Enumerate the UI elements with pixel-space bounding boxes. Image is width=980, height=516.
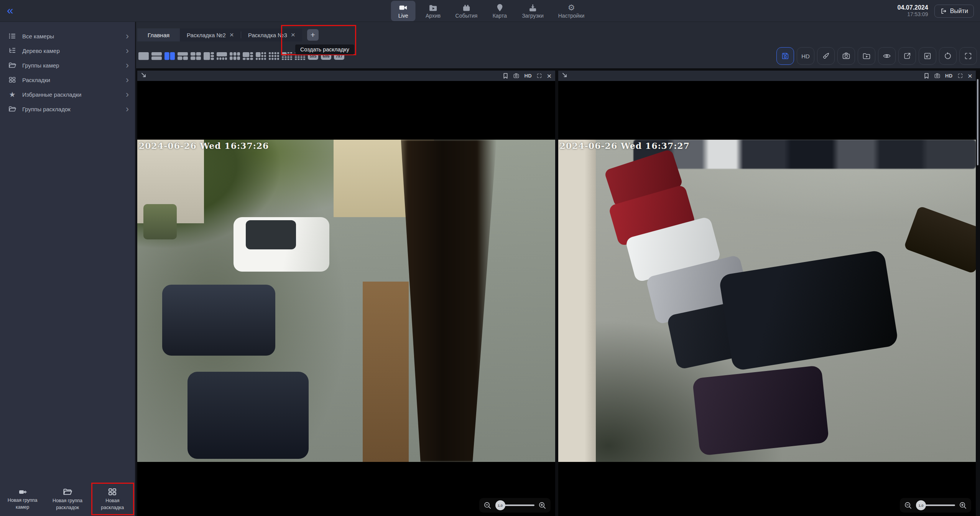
sidebar-item-camera-groups[interactable]: Группы камер ›: [0, 58, 135, 73]
view-toolbar: HD: [776, 47, 977, 65]
sidebar-item-label: Раскладки: [22, 77, 126, 83]
zoom-in-icon[interactable]: [959, 501, 967, 509]
nav-events[interactable]: События: [451, 1, 482, 21]
layout-option-2-rows[interactable]: [151, 52, 162, 60]
save-layout-button[interactable]: [776, 47, 794, 65]
nav-downloads[interactable]: Загрузки: [517, 1, 548, 21]
zoom-slider[interactable]: 1.0: [499, 504, 534, 506]
logout-button[interactable]: Выйти: [934, 5, 974, 18]
clear-layout-button[interactable]: [817, 47, 835, 65]
video-stream[interactable]: 2024-06-26 Wed 16:37:26 1.0: [137, 81, 555, 516]
panels-scrollbar[interactable]: [977, 79, 978, 165]
floppy-save-icon: [781, 52, 789, 60]
layout-option-2-cols[interactable]: [164, 52, 175, 60]
sidebar-item-label: Группы раскладок: [22, 106, 126, 112]
new-layout-group-button[interactable]: Новая группа раскладок: [45, 482, 90, 516]
tab-label: Раскладка №3: [248, 32, 287, 38]
camera-tree-icon: [8, 46, 17, 55]
tab-layout-2[interactable]: Раскладка №2 ×: [180, 28, 241, 41]
layout-option-big-plus-5[interactable]: [243, 52, 253, 60]
nav-label: Архив: [426, 13, 441, 19]
chevron-right-icon: ›: [126, 76, 129, 84]
tab-close-icon[interactable]: ×: [291, 32, 295, 38]
sidebar-item-favorite-layouts[interactable]: ★ Избранные раскладки ›: [0, 87, 135, 102]
download-icon: [528, 3, 538, 12]
expand-diagonal-icon[interactable]: [562, 72, 568, 80]
add-layout-tab-button[interactable]: +: [307, 29, 319, 41]
tools-row: 5x56x67x7 HD: [138, 47, 977, 65]
sidebar-item-label: Группы камер: [22, 62, 126, 69]
snapshot-icon[interactable]: [513, 73, 520, 79]
export-button[interactable]: [898, 47, 916, 65]
archive-folder-icon: [429, 3, 438, 12]
create-layout-tooltip: Создать раскладку: [295, 45, 354, 54]
snapshot-icon[interactable]: [934, 73, 941, 79]
nav-label: Карта: [493, 13, 507, 19]
panel-close-icon[interactable]: ×: [547, 73, 551, 79]
scene-shape: [143, 204, 177, 239]
expand-diagonal-icon[interactable]: [141, 72, 147, 80]
panel-fullscreen-icon[interactable]: [957, 73, 963, 79]
sidebar-item-all-cameras[interactable]: Все камеры ›: [0, 29, 135, 43]
nav-settings[interactable]: ⚙ Настройки: [554, 1, 589, 21]
layout-option-1-wide-plus-2[interactable]: [178, 52, 188, 60]
zoom-slider-knob[interactable]: 1.0: [495, 500, 505, 510]
bookmark-icon[interactable]: [503, 73, 508, 79]
sidebar: Все камеры › Дерево камер › Группы камер…: [0, 22, 136, 516]
layout-option-1-wide-plus-4[interactable]: [217, 52, 227, 60]
scene-shape: [719, 250, 899, 371]
zoom-slider[interactable]: 1.0: [920, 504, 955, 506]
panel-header-actions: HD ×: [924, 73, 972, 79]
camera-panel-1: HD × 2024-06-26 Wed 16:37:26: [137, 71, 555, 516]
panel-hd-button[interactable]: HD: [524, 73, 532, 79]
hd-quality-button[interactable]: HD: [797, 47, 814, 65]
archive-view-button[interactable]: [858, 47, 875, 65]
sidebar-item-camera-tree[interactable]: Дерево камер ›: [0, 43, 135, 58]
new-layout-button[interactable]: Новая раскладка: [90, 482, 135, 516]
nav-map[interactable]: Карта: [487, 1, 512, 21]
tab-layout-3[interactable]: Раскладка №3 ×: [241, 28, 302, 41]
zoom-out-icon[interactable]: [904, 501, 912, 509]
zoom-slider-knob[interactable]: 1.0: [916, 500, 926, 510]
refresh-rotate-button[interactable]: [939, 47, 957, 65]
topbar-right: 04.07.2024 17:53:09 Выйти: [898, 0, 974, 22]
fit-resize-button[interactable]: [919, 47, 936, 65]
bookmark-icon[interactable]: [924, 73, 929, 79]
new-camera-group-button[interactable]: Новая группа камер: [0, 482, 45, 516]
layout-option-big-plus-7[interactable]: [256, 52, 266, 60]
camera-timestamp-overlay: 2024-06-26 Wed 16:37:26: [139, 141, 269, 151]
nav-live[interactable]: Live: [391, 1, 416, 21]
panel-header: HD ×: [137, 71, 555, 81]
layout-option-3x2[interactable]: [230, 52, 240, 60]
layout-option-2x2[interactable]: [191, 52, 201, 60]
layout-option-1x1[interactable]: [138, 52, 149, 60]
snapshot-button[interactable]: [837, 47, 855, 65]
zoom-out-icon[interactable]: [483, 501, 492, 509]
action-label-line2: раскладок: [56, 505, 79, 511]
hd-label: HD: [801, 53, 810, 59]
layout-option-big-plus-11[interactable]: [282, 52, 292, 60]
tab-main[interactable]: Главная: [137, 28, 180, 41]
nav-archive[interactable]: Архив: [421, 1, 446, 21]
topbar: « Live Архив События Карта Загрузки: [0, 0, 980, 22]
action-label-line1: Новая: [105, 498, 119, 504]
zoom-in-icon[interactable]: [538, 501, 546, 509]
nav-label: События: [455, 13, 478, 19]
fullscreen-button[interactable]: [959, 47, 977, 65]
sidebar-collapse-button[interactable]: «: [7, 3, 13, 18]
visibility-button[interactable]: [878, 47, 896, 65]
layout-option-1-big-plus-3[interactable]: [204, 52, 214, 60]
panel-close-icon[interactable]: ×: [968, 73, 972, 79]
tab-close-icon[interactable]: ×: [230, 32, 234, 38]
export-icon: [903, 52, 911, 60]
sidebar-item-layouts[interactable]: Раскладки ›: [0, 73, 135, 87]
chevron-right-icon: ›: [126, 47, 129, 54]
action-label-line2: раскладка: [101, 505, 124, 511]
video-stream[interactable]: 2024-06-26 Wed 16:37:27 1.0: [558, 81, 976, 516]
panel-hd-button[interactable]: HD: [945, 73, 953, 79]
scene-shape: [692, 365, 829, 456]
layout-option-3x4[interactable]: [269, 52, 279, 60]
sidebar-item-layout-groups[interactable]: Группы раскладок ›: [0, 102, 135, 116]
datetime: 04.07.2024 17:53:09: [898, 4, 928, 18]
panel-fullscreen-icon[interactable]: [536, 73, 542, 79]
